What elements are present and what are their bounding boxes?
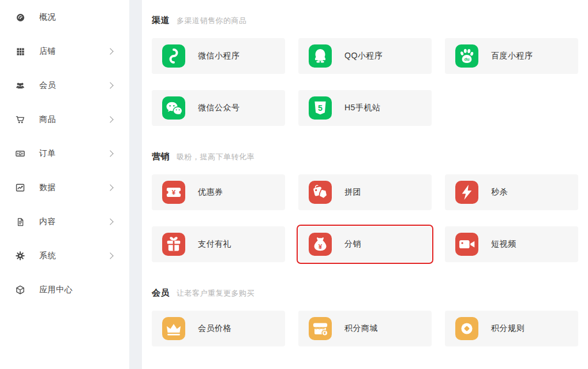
sidebar-item-overview[interactable]: 概况	[0, 5, 129, 30]
chevron-right-icon	[107, 150, 113, 156]
card-group-buy[interactable]: 拼团	[298, 174, 432, 210]
wechat-chat-bubbles-icon	[162, 96, 185, 120]
document-icon	[15, 217, 25, 227]
admin-dashboard-page: 概况店铺会员商品订单数据内容系统应用中心 渠道多渠道销售你的商品微信小程序QQ小…	[0, 0, 588, 369]
card-label: 微信小程序	[198, 51, 240, 61]
card-payment-gift[interactable]: 支付有礼	[152, 226, 285, 262]
card-label: 百度小程序	[491, 51, 533, 61]
video-camera-icon	[455, 233, 478, 256]
chevron-right-icon	[107, 218, 113, 225]
card-label: 优惠券	[198, 187, 223, 197]
card-label: 分销	[344, 239, 361, 249]
app-market-content: 渠道多渠道销售你的商品微信小程序QQ小程序du百度小程序微信公众号5H5手机站营…	[142, 0, 588, 369]
sidebar-item-label: 订单	[39, 148, 56, 159]
card-label: 秒杀	[491, 187, 508, 197]
grid-icon	[15, 46, 25, 57]
dashboard-icon	[15, 12, 25, 23]
chevron-right-icon	[107, 252, 113, 259]
bill-icon	[15, 148, 25, 159]
section-2: 会员让老客户重复更多购买会员价格¥积分商城积分规则	[152, 288, 578, 346]
gift-box-icon	[162, 233, 185, 256]
card-member-price[interactable]: 会员价格	[152, 311, 285, 346]
chevron-right-icon	[107, 48, 113, 54]
card-label: 支付有礼	[198, 239, 231, 249]
sidebar-item-label: 会员	[39, 80, 56, 91]
lightning-icon	[455, 181, 478, 204]
card-wechat-mini-program[interactable]: 微信小程序	[152, 38, 285, 74]
sidebar-item-shop[interactable]: 店铺	[0, 39, 129, 64]
qq-penguin-icon	[309, 44, 332, 68]
h5-shield-icon: 5	[309, 96, 332, 120]
users-icon	[15, 80, 25, 91]
baidu-paw-icon: du	[455, 44, 478, 68]
card-short-video[interactable]: 短视频	[445, 226, 578, 262]
section-subtitle: 多渠道销售你的商品	[177, 16, 247, 26]
section-title: 渠道	[152, 15, 170, 26]
sidebar-item-content[interactable]: 内容	[0, 209, 129, 234]
money-bag-icon: ¥	[309, 233, 332, 256]
sidebar-item-label: 商品	[39, 114, 56, 125]
card-h5-mobile-site[interactable]: 5H5手机站	[298, 90, 432, 126]
section-title: 会员	[152, 288, 170, 299]
sidebar-item-label: 店铺	[39, 46, 56, 57]
card-label: 短视频	[491, 239, 516, 249]
chevron-right-icon	[107, 82, 113, 88]
sidebar: 概况店铺会员商品订单数据内容系统应用中心	[0, 0, 129, 369]
gear-icon	[15, 251, 25, 261]
card-label: 积分规则	[491, 323, 525, 334]
chart-icon	[15, 182, 25, 193]
storefront-coin-icon: ¥	[309, 317, 332, 340]
sidebar-item-members[interactable]: 会员	[0, 73, 129, 98]
wechat-mini-program-icon	[162, 44, 185, 68]
svg-text:du: du	[464, 57, 470, 62]
card-flash-sale[interactable]: 秒杀	[445, 174, 578, 210]
section-header: 渠道多渠道销售你的商品	[152, 15, 578, 26]
card-label: 积分商城	[344, 323, 378, 334]
card-points-mall[interactable]: ¥积分商城	[298, 311, 432, 346]
chevron-right-icon	[107, 184, 113, 191]
section-subtitle: 吸粉，提高下单转化率	[177, 152, 254, 162]
crown-icon	[162, 317, 185, 340]
sidebar-item-data[interactable]: 数据	[0, 175, 129, 200]
card-grid: ¥优惠券拼团秒杀支付有礼¥分销短视频	[152, 174, 578, 262]
svg-text:¥: ¥	[172, 188, 176, 196]
card-grid: 微信小程序QQ小程序du百度小程序微信公众号5H5手机站	[152, 38, 578, 126]
card-label: QQ小程序	[344, 51, 383, 61]
card-grid: 会员价格¥积分商城积分规则	[152, 311, 578, 346]
sidebar-item-label: 应用中心	[39, 285, 73, 295]
svg-text:¥: ¥	[319, 243, 323, 250]
section-1: 营销吸粉，提高下单转化率¥优惠券拼团秒杀支付有礼¥分销短视频	[152, 151, 578, 262]
sidebar-item-label: 数据	[39, 182, 56, 193]
cube-icon	[15, 285, 25, 295]
sidebar-item-system[interactable]: 系统	[0, 243, 129, 269]
group-buy-tag-icon	[309, 181, 332, 204]
card-label: 微信公众号	[198, 103, 240, 113]
section-header: 会员让老客户重复更多购买	[152, 288, 578, 299]
card-label: 拼团	[344, 187, 361, 197]
card-qq-mini-program[interactable]: QQ小程序	[298, 38, 432, 74]
sidebar-item-label: 系统	[39, 251, 56, 261]
coupon-ticket-icon: ¥	[162, 181, 185, 204]
card-label: 会员价格	[198, 323, 231, 334]
sidebar-item-products[interactable]: 商品	[0, 107, 129, 132]
svg-text:5: 5	[318, 103, 323, 113]
sidebar-item-app-center[interactable]: 应用中心	[0, 277, 129, 303]
section-0: 渠道多渠道销售你的商品微信小程序QQ小程序du百度小程序微信公众号5H5手机站	[152, 15, 578, 126]
card-coupon[interactable]: ¥优惠券	[152, 174, 285, 210]
sidebar-item-label: 概况	[39, 12, 56, 23]
card-wechat-official-account[interactable]: 微信公众号	[152, 90, 285, 126]
section-header: 营销吸粉，提高下单转化率	[152, 151, 578, 162]
coin-diamond-icon	[455, 317, 478, 340]
section-title: 营销	[152, 151, 170, 162]
card-points-rules[interactable]: 积分规则	[445, 311, 578, 346]
chevron-right-icon	[107, 116, 113, 122]
sidebar-item-orders[interactable]: 订单	[0, 141, 129, 166]
section-subtitle: 让老客户重复更多购买	[177, 288, 254, 299]
sidebar-item-label: 内容	[39, 217, 56, 227]
page-gutter	[129, 0, 142, 369]
cart-icon	[15, 114, 25, 125]
card-label: H5手机站	[344, 103, 380, 113]
card-distribution[interactable]: ¥分销	[298, 226, 432, 262]
card-baidu-mini-program[interactable]: du百度小程序	[445, 38, 578, 74]
